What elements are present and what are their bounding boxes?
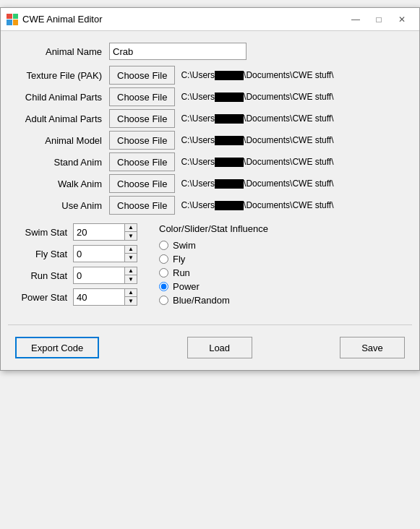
radio-label-blue[interactable]: Blue/Random: [173, 295, 230, 306]
file-label-6: Use Anim: [15, 200, 109, 211]
choose-file-btn-3[interactable]: Choose File: [109, 131, 175, 150]
redacted-2: [215, 114, 244, 124]
save-button[interactable]: Save: [340, 337, 405, 358]
form-content: Animal Name Texture File (PAK) Choose Fi…: [1, 31, 419, 324]
redacted-6: [215, 201, 244, 210]
swim-stat-input[interactable]: [74, 224, 124, 240]
file-row-2: Adult Animal Parts Choose File C:\Users\…: [15, 109, 405, 128]
fly-stat-up[interactable]: ▲: [125, 246, 137, 254]
file-label-1: Child Animal Parts: [15, 92, 109, 103]
app-icon: [7, 14, 18, 25]
file-row-5: Walk Anim Choose File C:\Users\Documents…: [15, 174, 405, 193]
file-path-0: C:\Users\Documents\CWE stuff\: [181, 70, 333, 80]
stat-input-wrap-power: ▲ ▼: [73, 288, 137, 306]
stat-row-run: Run Stat ▲ ▼: [15, 267, 137, 284]
swim-stat-up[interactable]: ▲: [125, 224, 137, 232]
animal-name-input[interactable]: [109, 43, 247, 60]
file-path-1: C:\Users\Documents\CWE stuff\: [181, 92, 333, 102]
redacted-1: [215, 93, 244, 102]
redacted-4: [215, 158, 244, 167]
window-title: CWE Animal Editor: [22, 14, 103, 25]
stat-input-wrap-swim: ▲ ▼: [73, 223, 137, 241]
titlebar-controls: — □ ✕: [344, 12, 413, 27]
radio-row-fly: Fly: [159, 254, 405, 264]
close-button[interactable]: ✕: [390, 12, 413, 27]
fly-stat-spinners: ▲ ▼: [124, 246, 137, 262]
run-stat-input[interactable]: [74, 267, 124, 283]
file-label-5: Walk Anim: [15, 179, 109, 189]
choose-file-btn-4[interactable]: Choose File: [109, 152, 175, 171]
redacted-3: [215, 136, 244, 145]
radio-label-run[interactable]: Run: [173, 267, 190, 278]
stat-row-fly: Fly Stat ▲ ▼: [15, 245, 137, 262]
radio-label-fly[interactable]: Fly: [173, 254, 185, 264]
stat-label-swim: Swim Stat: [15, 227, 73, 238]
choose-file-btn-1[interactable]: Choose File: [109, 87, 175, 106]
radio-row-run: Run: [159, 267, 405, 278]
file-row-4: Stand Anim Choose File C:\Users\Document…: [15, 152, 405, 171]
stats-section: Swim Stat ▲ ▼ Fly Stat ▲: [15, 223, 137, 310]
radio-row-swim: Swim: [159, 240, 405, 251]
file-label-3: Animal Model: [15, 135, 109, 146]
power-stat-down[interactable]: ▼: [125, 297, 137, 305]
power-stat-up[interactable]: ▲: [125, 289, 137, 297]
file-label-2: Adult Animal Parts: [15, 113, 109, 124]
choose-file-btn-6[interactable]: Choose File: [109, 196, 175, 215]
maximize-button[interactable]: □: [367, 12, 390, 27]
radio-label-swim[interactable]: Swim: [173, 240, 196, 251]
fly-stat-down[interactable]: ▼: [125, 254, 137, 262]
file-path-6: C:\Users\Documents\CWE stuff\: [181, 200, 333, 210]
file-row-1: Child Animal Parts Choose File C:\Users\…: [15, 87, 405, 106]
file-row-6: Use Anim Choose File C:\Users\Documents\…: [15, 196, 405, 215]
titlebar-left: CWE Animal Editor: [7, 14, 103, 25]
stat-label-run: Run Stat: [15, 270, 73, 281]
radio-power[interactable]: [159, 282, 168, 291]
influence-title: Color/Slider/Stat Influence: [159, 223, 405, 234]
file-row-0: Texture File (PAK) Choose File C:\Users\…: [15, 66, 405, 85]
radio-blue[interactable]: [159, 296, 168, 305]
redacted-0: [215, 71, 244, 80]
stat-label-fly: Fly Stat: [15, 249, 73, 259]
file-path-4: C:\Users\Documents\CWE stuff\: [181, 157, 333, 167]
file-label-4: Stand Anim: [15, 157, 109, 168]
radio-swim[interactable]: [159, 241, 168, 250]
power-stat-spinners: ▲ ▼: [124, 289, 137, 305]
stat-input-wrap-fly: ▲ ▼: [73, 245, 137, 262]
choose-file-btn-2[interactable]: Choose File: [109, 109, 175, 128]
choose-file-btn-0[interactable]: Choose File: [109, 66, 175, 85]
run-stat-up[interactable]: ▲: [125, 267, 137, 275]
radio-row-blue: Blue/Random: [159, 295, 405, 306]
swim-stat-spinners: ▲ ▼: [124, 224, 137, 240]
redacted-5: [215, 179, 244, 189]
minimize-button[interactable]: —: [344, 12, 367, 27]
animal-name-row: Animal Name: [15, 43, 405, 60]
run-stat-spinners: ▲ ▼: [124, 267, 137, 283]
radio-run[interactable]: [159, 268, 168, 278]
stat-row-swim: Swim Stat ▲ ▼: [15, 223, 137, 241]
bottom-section: Swim Stat ▲ ▼ Fly Stat ▲: [15, 223, 405, 310]
stat-input-wrap-run: ▲ ▼: [73, 267, 137, 284]
influence-section: Color/Slider/Stat Influence Swim Fly Run…: [159, 223, 405, 310]
swim-stat-down[interactable]: ▼: [125, 232, 137, 240]
file-path-3: C:\Users\Documents\CWE stuff\: [181, 135, 333, 145]
run-stat-down[interactable]: ▼: [125, 275, 137, 283]
radio-fly[interactable]: [159, 254, 168, 264]
titlebar: CWE Animal Editor — □ ✕: [1, 8, 419, 31]
file-path-5: C:\Users\Documents\CWE stuff\: [181, 179, 333, 189]
fly-stat-input[interactable]: [74, 246, 124, 262]
file-row-3: Animal Model Choose File C:\Users\Docume…: [15, 131, 405, 150]
main-window: CWE Animal Editor — □ ✕ Animal Name Text…: [0, 7, 420, 371]
stat-label-power: Power Stat: [15, 292, 73, 303]
footer: Export Code Load Save: [1, 325, 419, 370]
power-stat-input[interactable]: [74, 289, 124, 305]
radio-label-power[interactable]: Power: [173, 281, 200, 292]
export-code-button[interactable]: Export Code: [15, 337, 99, 358]
file-path-2: C:\Users\Documents\CWE stuff\: [181, 113, 333, 124]
file-label-0: Texture File (PAK): [15, 70, 109, 81]
choose-file-btn-5[interactable]: Choose File: [109, 174, 175, 193]
load-button[interactable]: Load: [187, 337, 252, 358]
radio-row-power: Power: [159, 281, 405, 292]
animal-name-label: Animal Name: [15, 46, 109, 57]
stat-row-power: Power Stat ▲ ▼: [15, 288, 137, 306]
